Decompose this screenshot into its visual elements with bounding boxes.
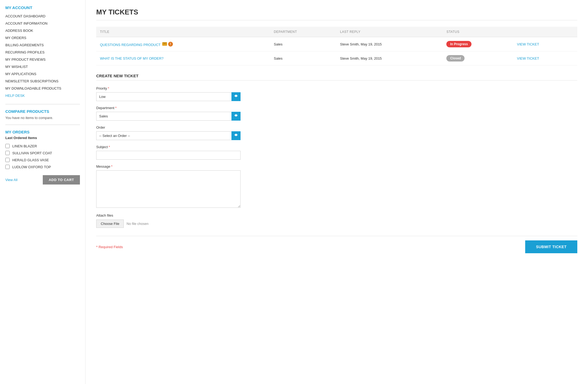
order-item-checkbox[interactable] — [5, 144, 10, 148]
my-orders-sidebar-title: MY ORDERS — [5, 130, 80, 134]
compare-products-title: COMPARE PRODUCTS — [5, 109, 80, 114]
subject-required-star: * — [109, 145, 110, 149]
view-all-link[interactable]: View All — [5, 178, 17, 182]
order-item-label: SULLIVAN SPORT COAT — [12, 151, 52, 155]
status-badge: In Progress — [446, 41, 471, 47]
table-header-department: DEPARTMENT — [270, 27, 336, 37]
sidebar-item-account-information[interactable]: ACCOUNT INFORMATION — [5, 20, 80, 27]
order-select-wrapper: -- Select an Order -- — [96, 131, 241, 140]
sidebar-item-my-product-reviews[interactable]: MY PRODUCT REVIEWS — [5, 56, 80, 63]
table-header- — [513, 27, 577, 37]
department-select[interactable]: SalesSupportBilling — [96, 112, 241, 121]
no-file-chosen-text: No file chosen — [126, 222, 148, 226]
order-item-ludlow-oxford-top: LUDLOW OXFORD TOP — [5, 163, 80, 170]
order-label: Order — [96, 125, 577, 129]
message-label: Message* — [96, 164, 577, 168]
order-item-linen-blazer: LINEN BLAZER — [5, 143, 80, 149]
subject-input[interactable] — [96, 151, 241, 160]
sidebar-item-my-downloadable-products[interactable]: MY DOWNLOADABLE PRODUCTS — [5, 85, 80, 92]
tickets-table: TITLEDEPARTMENTLAST REPLYSTATUS QUESTION… — [96, 27, 577, 66]
ticket-department: Sales — [270, 37, 336, 51]
form-footer: * Required Fields SUBMIT TICKET — [96, 236, 577, 253]
department-group: Department* SalesSupportBilling — [96, 106, 577, 121]
department-required-star: * — [115, 106, 117, 110]
sidebar-nav: ACCOUNT DASHBOARDACCOUNT INFORMATIONADDR… — [5, 13, 80, 99]
priority-group: Priority* LowMediumHigh — [96, 86, 577, 101]
ticket-title-link[interactable]: QUESTIONS REGARDING PRODUCT — [100, 43, 161, 47]
priority-select[interactable]: LowMediumHigh — [96, 92, 241, 101]
order-item-checkbox[interactable] — [5, 151, 10, 155]
status-badge: Closed — [446, 55, 465, 62]
compare-products-text: You have no items to compare. — [5, 116, 80, 120]
order-item-checkbox[interactable] — [5, 158, 10, 162]
subject-group: Subject* — [96, 145, 577, 160]
sidebar-item-billing-agreements[interactable]: BILLING AGREEMENTS — [5, 41, 80, 49]
ticket-department: Sales — [270, 51, 336, 66]
sidebar-item-newsletter-subscriptions[interactable]: NEWSLETTER SUBSCRIPTIONS — [5, 78, 80, 85]
order-item-sullivan-sport-coat: SULLIVAN SPORT COAT — [5, 149, 80, 156]
create-ticket-title: CREATE NEW TICKET — [96, 74, 577, 80]
message-textarea[interactable] — [96, 170, 241, 208]
priority-select-wrapper: LowMediumHigh — [96, 92, 241, 101]
order-item-herald-glass-vase: HERALD GLASS VASE — [5, 156, 80, 163]
sidebar-item-recurring-profiles[interactable]: RECURRING PROFILES — [5, 49, 80, 56]
last-ordered-label: Last Ordered Items — [5, 136, 80, 140]
table-header-status: STATUS — [443, 27, 513, 37]
order-item-label: LINEN BLAZER — [12, 144, 37, 148]
sidebar-item-my-wishlist[interactable]: MY WISHLIST — [5, 63, 80, 70]
my-account-title: MY ACCOUNT — [5, 5, 80, 10]
priority-required-star: * — [108, 86, 109, 90]
order-item-label: LUDLOW OXFORD TOP — [12, 165, 51, 169]
view-ticket-link[interactable]: VIEW TICKET — [517, 42, 539, 46]
sidebar-divider-2 — [5, 125, 80, 125]
page-title: MY TICKETS — [96, 8, 577, 20]
ticket-title-link[interactable]: WHAT IS THE STATUS OF MY ORDER? — [100, 56, 164, 60]
table-row: QUESTIONS REGARDING PRODUCT!SalesSteve S… — [96, 37, 577, 51]
order-group: Order -- Select an Order -- — [96, 125, 577, 140]
ticket-last-reply: Steve Smith, May 19, 2015 — [336, 37, 443, 51]
department-label: Department* — [96, 106, 577, 110]
subject-label: Subject* — [96, 145, 577, 149]
file-input-row: Choose File No file chosen — [96, 220, 577, 228]
message-required-star: * — [111, 164, 113, 168]
sidebar-item-address-book[interactable]: ADDRESS BOOK — [5, 27, 80, 34]
table-row: WHAT IS THE STATUS OF MY ORDER?SalesStev… — [96, 51, 577, 66]
sidebar-item-my-orders[interactable]: MY ORDERS — [5, 34, 80, 41]
order-item-checkbox[interactable] — [5, 165, 10, 169]
email-icon — [162, 42, 167, 46]
sidebar-item-my-applications[interactable]: MY APPLICATIONS — [5, 70, 80, 78]
submit-ticket-button[interactable]: SUBMIT TICKET — [525, 240, 577, 253]
order-items-list: LINEN BLAZERSULLIVAN SPORT COATHERALD GL… — [5, 143, 80, 170]
tickets-table-body: QUESTIONS REGARDING PRODUCT!SalesSteve S… — [96, 37, 577, 66]
department-select-wrapper: SalesSupportBilling — [96, 112, 241, 121]
required-fields-note: * Required Fields — [96, 245, 123, 249]
attach-files-group: Attach files Choose File No file chosen — [96, 213, 577, 228]
sidebar-divider-1 — [5, 104, 80, 104]
sidebar-item-help-desk[interactable]: HELP DESK — [5, 92, 80, 99]
sidebar-bottom-row: View All ADD TO CART — [5, 175, 80, 185]
priority-label: Priority* — [96, 86, 577, 90]
order-item-label: HERALD GLASS VASE — [12, 158, 49, 162]
main-content: MY TICKETS TITLEDEPARTMENTLAST REPLYSTAT… — [86, 0, 588, 384]
order-select[interactable]: -- Select an Order -- — [96, 131, 241, 140]
table-header-title: TITLE — [96, 27, 270, 37]
ticket-last-reply: Steve Smith, May 19, 2015 — [336, 51, 443, 66]
alert-icon: ! — [168, 42, 173, 47]
message-group: Message* — [96, 164, 577, 209]
choose-file-button[interactable]: Choose File — [96, 220, 124, 228]
add-to-cart-button[interactable]: ADD TO CART — [43, 175, 80, 185]
sidebar-item-account-dashboard[interactable]: ACCOUNT DASHBOARD — [5, 13, 80, 20]
tickets-table-header: TITLEDEPARTMENTLAST REPLYSTATUS — [96, 27, 577, 37]
attach-files-label: Attach files — [96, 213, 577, 217]
view-ticket-link[interactable]: VIEW TICKET — [517, 56, 539, 60]
sidebar: MY ACCOUNT ACCOUNT DASHBOARDACCOUNT INFO… — [0, 0, 86, 384]
table-header-last-reply: LAST REPLY — [336, 27, 443, 37]
